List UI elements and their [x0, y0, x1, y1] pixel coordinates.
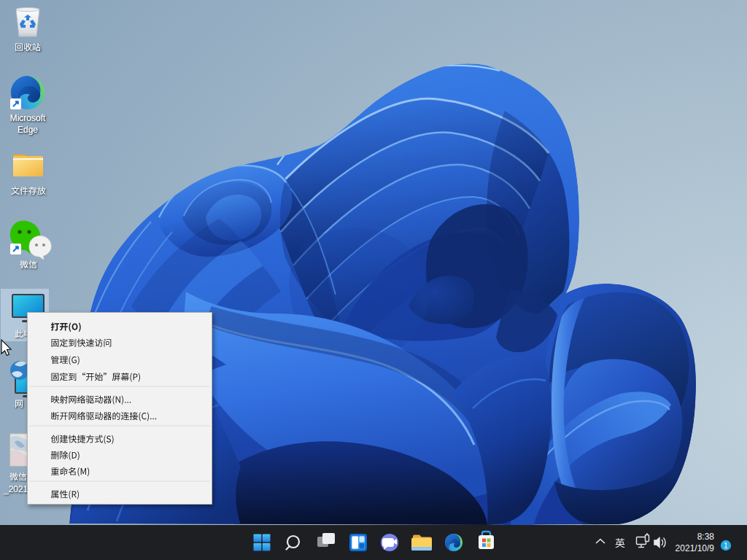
svg-text:_2021: _2021 — [3, 484, 28, 494]
svg-text:Microsoft: Microsoft — [10, 113, 46, 123]
svg-text:8:38: 8:38 — [697, 532, 715, 542]
svg-text:Edge: Edge — [18, 125, 38, 135]
svg-text:2021/10/9: 2021/10/9 — [676, 543, 715, 553]
svg-text:1: 1 — [724, 541, 728, 550]
